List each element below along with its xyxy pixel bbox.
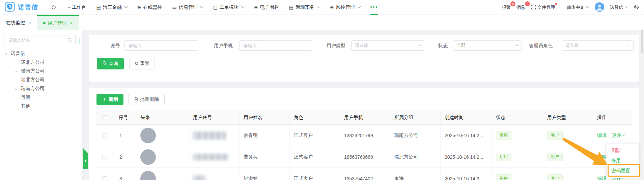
table-row: 2 曹务兵 正式客户 18563769669 瑞北方公司 2025-10-16 …	[96, 146, 632, 168]
message-badge: 0	[525, 1, 530, 6]
status-badge: 启用	[496, 153, 511, 161]
sidebar-kebab-menu-icon[interactable]	[79, 38, 81, 44]
col-user-type: 用户类型	[543, 111, 593, 124]
col-status: 状态	[492, 111, 543, 124]
group-search-input[interactable]	[8, 37, 67, 43]
tree-item-label: 诺普信	[11, 51, 25, 57]
status-select[interactable]: 全部	[453, 40, 522, 51]
cell-role: 正式客户	[290, 146, 340, 168]
chevron-down-icon	[515, 43, 519, 46]
col-phone: 用户手机	[340, 111, 390, 124]
nav-item-online-monitor[interactable]: ⊕ 在线监控	[137, 4, 162, 10]
chevron-down-icon	[586, 5, 590, 8]
tree-item-label: 诺南方公司	[21, 68, 45, 74]
row-checkbox[interactable]	[102, 133, 107, 138]
nav-item-label: 工单模块	[220, 4, 239, 10]
nav-item-risk-mgmt[interactable]: ⊕ 风控管理	[330, 4, 360, 10]
brand-logo[interactable]: R 诺普信	[5, 2, 38, 13]
reset-button-label: 重置	[140, 61, 150, 67]
phone-input[interactable]	[243, 43, 309, 49]
nav-more-ellipsis[interactable]: •••	[370, 0, 379, 15]
nav-item-label: 风控管理	[336, 4, 355, 10]
tree-item-nuo-north[interactable]: 诺北方公司	[0, 58, 80, 67]
language-selector[interactable]: 简体中文	[567, 4, 589, 10]
phone-field	[239, 40, 312, 51]
reset-button[interactable]: 重置	[129, 58, 155, 69]
nav-item-work-order[interactable]: ▢ 工单模块	[213, 4, 244, 10]
tab-online-monitor[interactable]: 在线监控 ×	[0, 15, 37, 30]
tree-item-root[interactable]: ▾ 诺普信	[0, 49, 80, 58]
tree-item-rui-north[interactable]: 瑞北方公司	[0, 76, 80, 84]
chevron-down-icon	[241, 5, 244, 8]
nav-item-auto-finance[interactable]: ▤ 汽车金融	[96, 4, 127, 10]
page-scrollbar[interactable]	[641, 16, 644, 180]
nav-item-label: 工作台	[72, 4, 86, 10]
fullscreen-icon	[531, 5, 536, 10]
query-button[interactable]: 查询	[97, 58, 124, 69]
nav-item-label: 信息管理	[179, 4, 198, 10]
row-checkbox[interactable]	[102, 155, 107, 159]
cell-role: 正式客户	[290, 125, 340, 146]
file-notification-dot	[555, 3, 557, 5]
col-actions: 操作	[593, 111, 632, 124]
board-icon: ▤	[96, 5, 101, 10]
dropdown-item-disable[interactable]: 停用	[607, 156, 639, 166]
tree-item-rui-south[interactable]: ▸ 瑞南方公司	[0, 84, 80, 93]
edit-link[interactable]: 编辑	[597, 154, 607, 160]
tree-item-label: 瑞北方公司	[21, 77, 45, 83]
edit-link[interactable]: 编辑	[597, 176, 607, 180]
cell-name: 钟淑嫦	[240, 168, 290, 180]
nav-item-jurui-vehicle[interactable]: ▤ 聚瑞车务	[289, 4, 320, 10]
chevron-down-icon	[419, 43, 422, 46]
group-search-box	[4, 35, 76, 45]
more-link[interactable]: 更多	[612, 132, 624, 139]
nav-item-workbench[interactable]: ◔ 工作台	[67, 4, 86, 10]
user-type-select[interactable]: 请选择	[351, 40, 425, 51]
group-tree: ▾ 诺普信 诺北方公司 ▸ 诺南方公司 瑞北方公司 ▸ 瑞南方公司 粤海	[0, 49, 80, 111]
alarm-button[interactable]: 报警 0	[502, 4, 511, 10]
status-value: 全部	[457, 42, 466, 49]
user-type-badge: 客户	[547, 131, 563, 140]
close-icon[interactable]: ×	[70, 21, 73, 26]
sidebar-collapse-handle[interactable]	[83, 148, 88, 169]
tab-user-management[interactable]: 用户管理 ×	[37, 15, 79, 30]
cell-index: 3	[113, 168, 136, 180]
tab-label: 用户管理	[48, 20, 67, 26]
account-input[interactable]	[128, 43, 195, 49]
admin-role-select[interactable]: 请选择	[562, 40, 634, 51]
blurred-account	[193, 154, 228, 160]
add-user-button[interactable]: ＋ 新增	[96, 94, 123, 105]
dropdown-item-delete[interactable]: 删除	[607, 146, 639, 156]
account-field	[124, 40, 198, 51]
settings-gear-icon[interactable]	[634, 4, 639, 11]
col-group: 所属分组	[390, 111, 441, 124]
tree-collapsed-arrow-icon[interactable]: ▸	[16, 69, 21, 73]
tree-item-yuehai[interactable]: 粤海	[0, 93, 80, 102]
cell-phone: 13823201799	[340, 125, 390, 146]
filter-form-card: 账号 用户手机 用户类型 请选择 状态 全部 管理员角色 请选择	[89, 35, 639, 82]
dropdown-item-password-reset[interactable]: 密码重置	[607, 166, 639, 176]
tree-collapsed-arrow-icon[interactable]: ▸	[16, 87, 21, 91]
refresh-icon	[135, 61, 139, 66]
nav-item-e-fence[interactable]: ⊕ 电子围栏	[254, 4, 279, 10]
briefcase-icon: ▢	[213, 5, 218, 10]
message-button[interactable]: 消息 0	[516, 4, 525, 10]
edit-link[interactable]: 编辑	[597, 132, 607, 139]
nav-item-label: 聚瑞车务	[296, 4, 314, 10]
nav-item-info-mgmt[interactable]: ▭ 信息管理	[172, 4, 203, 10]
row-checkbox[interactable]	[102, 176, 107, 180]
select-all-checkbox[interactable]	[102, 115, 107, 120]
nav-item-label: 电子围栏	[260, 4, 279, 10]
collapse-left-arrow-icon	[84, 159, 86, 162]
avatar[interactable]	[595, 2, 604, 13]
tree-item-other[interactable]: 其他	[0, 102, 80, 111]
batch-delete-button[interactable]: 批量删除	[128, 94, 165, 105]
tree-item-nuo-south[interactable]: ▸ 诺南方公司	[0, 67, 80, 76]
file-management-label: 文件管理	[537, 4, 555, 10]
refresh-icon[interactable]	[51, 5, 56, 10]
tree-expanded-arrow-icon[interactable]: ▾	[5, 52, 11, 56]
user-menu[interactable]: 诺普信	[610, 4, 628, 10]
file-management-button[interactable]: 文件管理	[531, 4, 555, 10]
cell-index: 1	[113, 125, 136, 146]
close-icon[interactable]: ×	[28, 20, 31, 25]
